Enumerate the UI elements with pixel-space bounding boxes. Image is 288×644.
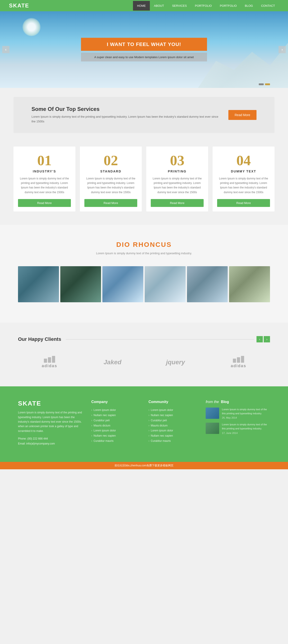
company-link-4[interactable]: Mauris dictum [91,423,140,428]
community-link-7[interactable]: Curabitur mauris [148,438,197,444]
company-link-5[interactable]: Lorem ipsum dolor [91,428,140,433]
services-read-more-button[interactable]: Read More [228,110,257,120]
services-text: Some Of Our Top Services Lorem Ipsum is … [31,106,219,124]
footer-blog-title: from the Blog [206,400,270,404]
main-nav: HOME ABOUT SERVICES PORTFOLIO PORTFOLIO … [133,1,279,10]
adidas-logo-1: adidas [22,356,77,368]
blog-post-1: Lorem Ipsum is simply dummy text of the … [206,408,270,419]
company-link-2[interactable]: Nullam nec sapien [91,413,140,418]
gallery-item-6[interactable] [229,266,270,302]
blog-post-1-date: 26, May 2014 [222,416,270,419]
community-link-2[interactable]: Nullam nec sapien [148,413,197,418]
card-1-btn[interactable]: Read More [18,199,71,207]
clients-next-button[interactable]: › [264,336,270,342]
community-link-3[interactable]: Curabitur peli [148,418,197,423]
hero-subtitle: A super clean and easy to use Modern tem… [81,53,207,62]
blog-post-2: Lorem Ipsum is simply dummy text of the … [206,423,270,434]
hero-sun [22,18,40,36]
footer-community-title: Community [148,400,197,404]
card-2-btn[interactable]: Read More [84,199,137,207]
adidas-stripes-2 [233,356,244,363]
footer-email-value: info(at)mycompany.com [26,442,55,445]
card-3-desc: Lorem Ipsum is simply dummy text of the … [151,176,204,195]
dio-title: DIO RHONCUS [9,241,279,248]
hero-dot-1[interactable] [259,84,264,85]
card-1: 01 INDUSTRY'S Lorem Ipsum is simply dumm… [13,146,75,212]
footer-company-title: Company [91,400,140,404]
card-2-desc: Lorem Ipsum is simply dummy text of the … [84,176,137,195]
company-link-1[interactable]: Lorem ipsum dolor [91,408,140,413]
card-3: 03 PRINTING Lorem Ipsum is simply dummy … [146,146,208,212]
company-link-3[interactable]: Curabitur peli [91,418,140,423]
hero-title: I WANT TO FEEL WHAT YOU! [81,38,207,51]
gallery-item-3[interactable] [102,266,143,302]
gallery-item-4[interactable] [145,266,186,302]
gallery [9,266,279,307]
card-4: 04 DUMMY TEXT Lorem Ipsum is simply dumm… [213,146,275,212]
card-4-number: 04 [217,153,270,168]
nav-contact[interactable]: CONTACT [257,1,279,10]
hero-next-button[interactable]: › [279,46,286,53]
adidas-stripe-1c [52,356,55,363]
community-link-4[interactable]: Mauris dictum [148,423,197,428]
footer-phone-value: (00) 222 666 444 [27,437,48,440]
gallery-image-1 [18,266,59,302]
services-desc: Lorem Ipsum is simply dummy text of the … [31,114,219,124]
nav-portfolio-2[interactable]: PORTFOLIO [216,1,241,10]
clients-divider [66,339,254,340]
clients-logos: adidas Jaked jquery adidas [18,352,270,373]
card-3-btn[interactable]: Read More [151,199,204,207]
client-logo-2: Jaked [81,354,144,370]
adidas-stripe-2a [233,359,236,363]
footer-grid: SKATE Lorem Ipsum is simply dummy text o… [18,400,270,446]
jaked-logo: Jaked [86,359,140,366]
clients-prev-button[interactable]: ‹ [257,336,263,342]
adidas-stripes-1 [44,356,55,363]
footer-phone-label: Phone: [18,437,26,440]
blog-post-1-text: Lorem Ipsum is simply dummy text of the … [222,408,270,419]
footer-brand-col: SKATE Lorem Ipsum is simply dummy text o… [18,400,82,446]
adidas-logo-2: adidas [211,356,266,368]
card-2-number: 02 [84,153,137,168]
card-1-number: 01 [18,153,71,168]
nav-about[interactable]: ABOUT [150,1,168,10]
footer-blog-col: from the Blog Lorem Ipsum is simply dumm… [206,400,270,446]
card-2: 02 STANDARD Lorem Ipsum is simply dummy … [80,146,142,212]
hero-dot-2[interactable] [265,84,270,85]
card-4-btn[interactable]: Read More [217,199,270,207]
hero-content: I WANT TO FEEL WHAT YOU! A super clean a… [81,38,207,62]
adidas-stripe-2b [237,357,240,363]
nav-home[interactable]: HOME [133,1,150,10]
clients-nav: ‹ › [257,336,270,342]
nav-services[interactable]: SERVICES [168,1,191,10]
community-link-5[interactable]: Lorem ipsum dolor [148,428,197,433]
footer-logo: SKATE [18,400,82,407]
blog-thumb-2[interactable] [206,423,219,434]
card-1-desc: Lorem Ipsum is simply dummy text of the … [18,176,71,195]
nav-portfolio-1[interactable]: PORTFOLIO [191,1,216,10]
company-link-6[interactable]: Nullam nec sapien [91,433,140,438]
hero-prev-button[interactable]: ‹ [2,46,9,53]
gallery-item-5[interactable] [187,266,228,302]
card-4-desc: Lorem Ipsum is simply dummy text of the … [217,176,270,195]
footer-company-links: Lorem ipsum dolor Nullam nec sapien Cura… [91,408,140,444]
hero-dots [259,84,270,85]
footer-desc: Lorem Ipsum is simply dummy text of the … [18,410,82,433]
gallery-item-1[interactable] [18,266,59,302]
card-3-number: 03 [151,153,204,168]
gallery-image-6 [229,266,270,302]
company-link-7[interactable]: Curabitur mauris [91,438,140,444]
card-3-title: PRINTING [151,170,204,173]
blog-thumb-1[interactable] [206,408,219,419]
blog-post-2-desc: Lorem Ipsum is simply dummy text of the … [222,423,270,430]
jquery-logo: jquery [148,359,202,366]
gallery-item-2[interactable] [60,266,101,302]
footer-company-col: Company Lorem ipsum dolor Nullam nec sap… [91,400,140,446]
community-link-1[interactable]: Lorem ipsum dolor [148,408,197,413]
gallery-image-5 [187,266,228,302]
nav-blog[interactable]: BLOG [241,1,257,10]
adidas-stripe-1b [48,357,51,363]
community-link-6[interactable]: Nullam nec sapien [148,433,197,438]
bottom-bar: 前往社区bbs.zhenhua.com免费下载更多模板网页 [0,462,288,469]
blog-post-2-date: 17, June 2014 [222,432,270,434]
